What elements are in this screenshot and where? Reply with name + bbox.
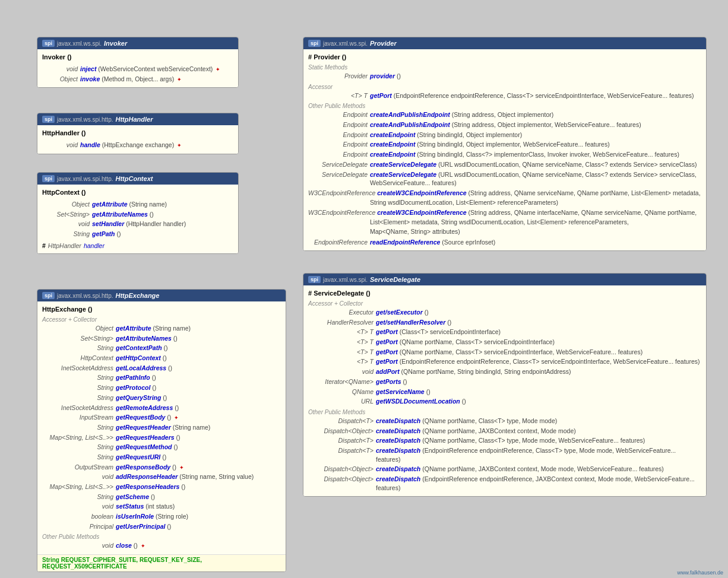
servicedelegate-accessor-methods: Executor get/setExecutor () HandlerResol… xyxy=(308,307,701,406)
method-row: Endpoint createEndpoint (String bindingI… xyxy=(308,150,701,160)
method-row: ServiceDelegate createServiceDelegate (U… xyxy=(308,160,701,170)
other-methods-label: Other Public Methods xyxy=(42,533,281,540)
servicedelegate-package: javax.xml.ws.spi. xyxy=(323,277,368,283)
httphandler-classname: HttpHandler xyxy=(116,116,153,123)
httpexchange-methods: Object getAttribute (String name) Set<St… xyxy=(42,323,281,531)
servicedelegate-constructor: # ServiceDelegate () xyxy=(308,288,701,298)
method-row: Endpoint createAndPublishEndpoint (Strin… xyxy=(308,120,701,130)
accessor-label: Accessor xyxy=(308,84,701,90)
httpexchange-classname: HttpExchange xyxy=(116,292,160,299)
method-row: String getScheme () xyxy=(42,492,281,502)
httpcontext-constructor: HttpContext () xyxy=(42,187,233,197)
method-row: String getPath () xyxy=(42,229,233,239)
method-row: void inject (WebServiceContext webServic… xyxy=(42,64,233,74)
method-row: boolean isUserInRole (String role) xyxy=(42,512,281,522)
method-row: void setHandler (HttpHandler handler) xyxy=(42,219,233,229)
method-row: void handle (HttpExchange exchange) ✦ xyxy=(42,140,233,150)
method-row: Iterator<QName> getPorts () xyxy=(308,377,701,387)
method-row: Executor get/setExecutor () xyxy=(308,307,701,317)
servicedelegate-other-methods: Dispatch<T> createDispatch (QName portNa… xyxy=(308,416,701,493)
method-row: void addResponseHeader (String name, Str… xyxy=(42,472,281,482)
accessor-label: Accessor + Collector xyxy=(42,316,281,323)
static-method-row: Provider provider () xyxy=(308,71,701,81)
method-row: String getRequestHeader (String name) xyxy=(42,423,281,433)
method-row: String getQueryString () xyxy=(42,393,281,403)
other-label: Other Public Methods xyxy=(308,103,701,109)
httpcontext-card: spi javax.xml.ws.spi.http.HttpContext Ht… xyxy=(37,172,239,254)
method-row: QName getServiceName () xyxy=(308,387,701,397)
method-row: InetSocketAddress getLocalAddress () xyxy=(42,363,281,373)
method-row: Object invoke (Method m, Object... args)… xyxy=(42,74,233,84)
watermark: www.falkhausen.de xyxy=(677,570,723,576)
provider-header: spi javax.xml.ws.spi.Provider xyxy=(303,37,706,49)
constants-section: String REQUEST_CIPHER_SUITE, REQUEST_KEY… xyxy=(37,554,286,571)
httpexchange-header: spi javax.xml.ws.spi.http.HttpExchange xyxy=(37,290,286,301)
method-row: String getRequestURI () xyxy=(42,452,281,462)
httphandler-package: javax.xml.ws.spi.http. xyxy=(57,116,113,123)
method-row: InetSocketAddress getRemoteAddress () xyxy=(42,403,281,413)
httpexchange-package: javax.xml.ws.spi.http. xyxy=(57,293,113,299)
method-row: Principal getUserPrincipal () xyxy=(42,522,281,532)
httphandler-card: spi javax.xml.ws.spi.http.HttpHandler Ht… xyxy=(37,113,239,154)
httpcontext-package: javax.xml.ws.spi.http. xyxy=(57,176,113,182)
method-row: OutputStream getResponseBody () ✦ xyxy=(42,462,281,472)
provider-other-methods: Endpoint createAndPublishEndpoint (Strin… xyxy=(308,110,701,247)
httphandler-constructor: HttpHandler () xyxy=(42,128,233,138)
method-row: EndpointReference readEndpointReference … xyxy=(308,237,701,247)
httpexchange-constructor: HttpExchange () xyxy=(42,304,281,314)
method-row: void close () ✦ xyxy=(42,541,281,551)
servicedelegate-badge: spi xyxy=(308,276,321,283)
servicedelegate-body: # ServiceDelegate () Accessor + Collecto… xyxy=(303,285,706,496)
method-row: InputStream getRequestBody () ✦ xyxy=(42,412,281,423)
invoker-badge: spi xyxy=(42,40,55,47)
method-row: W3CEndpointReference createW3CEndpointRe… xyxy=(308,188,701,208)
provider-classname: Provider xyxy=(370,40,397,47)
invoker-card: spi javax.xml.ws.spi.Invoker Invoker () … xyxy=(37,37,239,88)
method-row: String getContextPath () xyxy=(42,343,281,353)
invoker-header: spi javax.xml.ws.spi.Invoker xyxy=(37,37,238,49)
servicedelegate-header: spi javax.xml.ws.spi.ServiceDelegate xyxy=(303,274,706,285)
method-row: <T> T getPort (QName portName, Class<T> … xyxy=(308,337,701,347)
provider-body: # Provider () Static Methods Provider pr… xyxy=(303,49,706,250)
httpexchange-body: HttpExchange () Accessor + Collector Obj… xyxy=(37,301,286,554)
invoker-package: javax.xml.ws.spi. xyxy=(57,40,102,47)
provider-package: javax.xml.ws.spi. xyxy=(323,40,368,47)
servicedelegate-classname: ServiceDelegate xyxy=(370,276,420,283)
method-row: Map<String, List<S..>> getResponseHeader… xyxy=(42,482,281,492)
invoker-constructor: Invoker () xyxy=(42,52,233,62)
method-row: void setStatus (int status) xyxy=(42,501,281,512)
provider-badge: spi xyxy=(308,40,321,47)
method-row: HandlerResolver get/setHandlerResolver (… xyxy=(308,317,701,328)
method-row: Dispatch<Object> createDispatch (QName p… xyxy=(308,426,701,436)
method-row: Set<String> getAttributeNames () xyxy=(42,334,281,344)
method-row: URL getWSDLDocumentLocation () xyxy=(308,396,701,406)
invoker-body: Invoker () void inject (WebServiceContex… xyxy=(37,49,238,87)
method-row: Dispatch<Object> createDispatch (Endpoin… xyxy=(308,474,701,493)
provider-constructor: # Provider () xyxy=(308,52,701,62)
sd-other-label: Other Public Methods xyxy=(308,409,701,415)
method-row: <T> T getPort (Class<T> serviceEndpointI… xyxy=(308,327,701,337)
method-row: void addPort (QName portName, String bin… xyxy=(308,367,701,377)
method-row: Object getAttribute (String name) xyxy=(42,199,233,209)
httpcontext-classname: HttpContext xyxy=(116,175,153,182)
sd-accessor-label: Accessor + Collector xyxy=(308,300,701,307)
httpcontext-body: HttpContext () Object getAttribute (Stri… xyxy=(37,185,238,253)
servicedelegate-card: spi javax.xml.ws.spi.ServiceDelegate # S… xyxy=(303,273,707,497)
httphandler-badge: spi xyxy=(42,116,55,123)
httphandler-body: HttpHandler () void handle (HttpExchange… xyxy=(37,125,238,154)
method-row: <T> T getPort (EndpointReference endpoin… xyxy=(308,357,701,367)
method-row: Endpoint createAndPublishEndpoint (Strin… xyxy=(308,110,701,120)
method-row: String getProtocol () xyxy=(42,383,281,393)
method-row: Map<String, List<S..>> getRequestHeaders… xyxy=(42,433,281,443)
method-row: Dispatch<Object> createDispatch (QName p… xyxy=(308,464,701,474)
httpexchange-badge: spi xyxy=(42,292,55,299)
httpcontext-header: spi javax.xml.ws.spi.http.HttpContext xyxy=(37,173,238,185)
httphandler-header: spi javax.xml.ws.spi.http.HttpHandler xyxy=(37,113,238,125)
method-row: W3CEndpointReference createW3CEndpointRe… xyxy=(308,208,701,237)
field-row: # HttpHandler handler xyxy=(42,242,233,250)
method-row: <T> T getPort (EndpointReference endpoin… xyxy=(308,91,701,101)
method-row: String getPathInfo () xyxy=(42,373,281,383)
method-row: ServiceDelegate createServiceDelegate (U… xyxy=(308,170,701,188)
method-row: Object getAttribute (String name) xyxy=(42,323,281,334)
method-row: Endpoint createEndpoint (String bindingI… xyxy=(308,139,701,150)
